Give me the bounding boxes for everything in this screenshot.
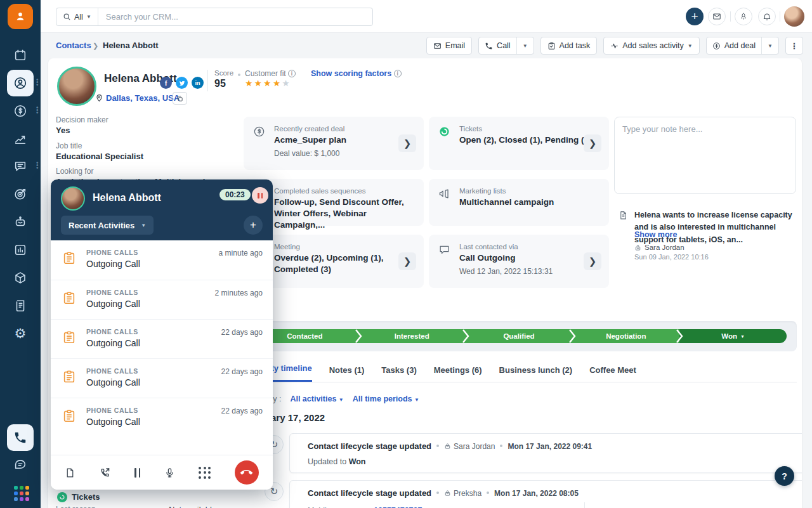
note-show-more-link[interactable]: Show more (634, 230, 677, 239)
conversations-kebab-icon[interactable]: ••• (36, 162, 38, 169)
tickets-section-header: Tickets (72, 492, 100, 502)
call-mute-mic-icon[interactable] (164, 467, 175, 478)
tab-tasks[interactable]: Tasks (3) (381, 365, 416, 382)
global-search[interactable]: All ▼ Search your CRM... (56, 8, 373, 26)
tab-meetings[interactable]: Meetings (6) (434, 365, 482, 382)
call-dropdown-button[interactable]: ▼ (516, 37, 534, 54)
contacts-kebab-icon[interactable]: ••• (36, 79, 38, 86)
last-reason-value: Not available (169, 505, 216, 508)
call-activity-item[interactable]: PHONE CALLS Outgoing Call 22 days ago (51, 358, 273, 398)
quick-add-button[interactable]: + (686, 8, 704, 25)
notifications-button[interactable] (758, 8, 776, 25)
sidebar-bot-icon[interactable] (13, 215, 27, 229)
sidebar-conversations-icon[interactable] (13, 159, 27, 173)
search-icon (63, 13, 71, 21)
sidebar-reports-icon[interactable] (13, 243, 27, 257)
stage-qualified[interactable]: Qualified (466, 329, 573, 343)
deals-kebab-icon[interactable]: ••• (36, 107, 38, 114)
contact-location-link[interactable]: Dallas, Texas, USA (106, 93, 180, 103)
tab-notes[interactable]: Notes (1) (329, 365, 365, 382)
score-label: Score (214, 69, 233, 77)
sidebar-settings-icon[interactable]: ⚙ (13, 327, 27, 341)
open-deal-chevron-button[interactable]: ❯ (398, 134, 416, 152)
last-contacted-card[interactable]: Last contacted via Call Outgoing Wed 12 … (429, 235, 609, 288)
linkedin-icon[interactable]: in (192, 77, 204, 89)
call-activity-item[interactable]: PHONE CALLS Outgoing Call 2 minutes ago (51, 280, 273, 319)
user-avatar[interactable] (784, 6, 804, 27)
show-scoring-factors-link[interactable]: Show scoring factors i (311, 69, 402, 78)
note-input[interactable] (614, 117, 796, 194)
open-meetings-chevron-button[interactable]: ❯ (398, 252, 416, 270)
sidebar-analytics-icon[interactable] (13, 132, 27, 146)
call-pause-icon[interactable] (134, 468, 140, 478)
recent-activities-dropdown[interactable]: Recent Activities ▼ (61, 216, 154, 235)
tab-coffee-meet[interactable]: Coffee Meet (589, 365, 636, 382)
recent-deal-card[interactable]: Recently created deal Acme_Super plan De… (244, 117, 424, 170)
add-sales-activity-button[interactable]: Add sales activity ▼ (603, 37, 700, 55)
phone-log-icon (62, 290, 76, 307)
phone-icon (13, 431, 27, 445)
marketing-lists-card[interactable]: Marketing lists Multichannel campaign (429, 179, 609, 226)
call-notes-icon[interactable] (65, 467, 75, 478)
call-activity-item[interactable]: PHONE CALLS Outgoing Call 22 days ago (51, 398, 273, 437)
filter-activities-dropdown[interactable]: All activities ▼ (290, 394, 343, 403)
whats-new-button[interactable] (735, 8, 752, 25)
call-dialpad-icon[interactable] (199, 467, 211, 479)
copy-location-button[interactable] (173, 92, 187, 105)
info-icon: i (394, 70, 402, 77)
open-last-contacted-chevron-button[interactable]: ❯ (584, 252, 601, 270)
end-call-button[interactable] (235, 460, 259, 485)
app-switcher-icon[interactable] (14, 486, 29, 501)
author-badge-icon (444, 490, 451, 497)
more-actions-kebab-button[interactable]: ⋮ (785, 37, 803, 55)
search-scope-label: All (74, 13, 83, 22)
field-label: Job title (56, 141, 82, 150)
timeline-body-value: Won (349, 457, 366, 466)
search-scope-dropdown[interactable]: All ▼ (56, 8, 98, 25)
sidebar-contacts-item[interactable] (7, 70, 34, 96)
sidebar-chat-icon[interactable] (13, 458, 27, 472)
tab-business-lunch[interactable]: Business lunch (2) (499, 365, 573, 382)
sidebar-products-icon[interactable] (13, 271, 27, 285)
envelope-icon (433, 42, 442, 50)
breadcrumb-contacts-link[interactable]: Contacts (56, 41, 91, 50)
add-deal-button[interactable]: Add deal (707, 37, 761, 54)
add-task-button[interactable]: Add task (540, 37, 598, 55)
call-activity-item[interactable]: PHONE CALLS Outgoing Call 22 days ago (51, 319, 273, 358)
freshworks-logo-icon[interactable] (8, 4, 33, 29)
timeline-entry-card[interactable]: Contact lifecycle stage updated Preksha … (289, 480, 802, 508)
add-activity-button[interactable]: + (244, 216, 263, 235)
info-icon: i (288, 70, 296, 77)
sidebar-deals-icon[interactable] (13, 104, 27, 118)
stage-negotiation[interactable]: Negotiation (572, 329, 679, 343)
tickets-card[interactable]: Tickets Open (2), Closed (1), Pending (1… (429, 117, 609, 170)
add-deal-split-button: Add deal ▼ (706, 37, 779, 55)
sidebar-phone-item-active[interactable] (7, 424, 34, 451)
help-button[interactable]: ? (775, 466, 794, 486)
call-controls (51, 455, 273, 490)
email-inbox-button[interactable] (708, 8, 726, 25)
hold-call-button[interactable] (252, 187, 268, 204)
call-activity-item[interactable]: PHONE CALLS Outgoing Call a minute ago (51, 240, 273, 280)
add-deal-dropdown-button[interactable]: ▼ (761, 37, 778, 54)
customer-fit-stars: ★★★★★ (245, 78, 291, 88)
filter-periods-dropdown[interactable]: All time periods ▼ (353, 394, 419, 403)
open-tickets-chevron-button[interactable]: ❯ (584, 134, 601, 152)
sidebar-documents-icon[interactable] (13, 299, 27, 313)
twitter-icon[interactable] (176, 77, 188, 89)
stage-interested[interactable]: Interested (358, 329, 466, 343)
timeline-entry-time: Mon 17 Jan, 2022 08:05 (494, 489, 579, 498)
sidebar-calendar-icon[interactable] (13, 48, 27, 62)
timeline-body-prefix: Updated to (308, 457, 346, 466)
call-contact-name: Helena Abbott (93, 192, 161, 204)
facebook-icon[interactable]: f (160, 77, 172, 89)
sidebar-goals-icon[interactable] (13, 187, 27, 201)
email-button[interactable]: Email (426, 37, 472, 55)
call-button[interactable]: Call (479, 37, 516, 54)
stage-won-dropdown[interactable]: Won▼ (679, 329, 787, 343)
field-value: Educational Specialist (56, 152, 143, 161)
deal-dollar-icon (712, 42, 721, 50)
chevron-down-icon: ▼ (86, 14, 91, 20)
call-transfer-icon[interactable] (100, 467, 111, 478)
timeline-entry-card[interactable]: Contact lifecycle stage updated Sara Jor… (289, 433, 802, 473)
